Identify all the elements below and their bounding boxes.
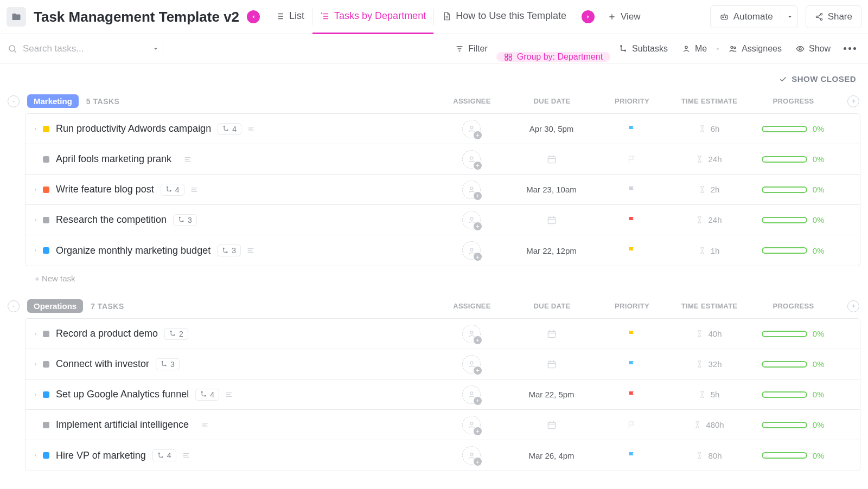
- due-cell[interactable]: Mar 23, 10am: [507, 185, 596, 194]
- group-badge[interactable]: Operations: [27, 299, 83, 313]
- more-button[interactable]: [839, 47, 860, 50]
- group-badge[interactable]: Marketing: [27, 94, 79, 108]
- assignee-placeholder[interactable]: +: [462, 385, 481, 404]
- subtask-count[interactable]: 4: [218, 123, 241, 135]
- assignee-cell[interactable]: +: [436, 150, 507, 169]
- col-assignee[interactable]: ASSIGNEE: [437, 302, 507, 310]
- page-title[interactable]: Task Management Template v2: [34, 9, 239, 25]
- due-cell[interactable]: Mar 22, 5pm: [507, 390, 596, 399]
- task-row[interactable]: Organize monthly marketing budget3+Mar 2…: [25, 235, 860, 266]
- time-cell[interactable]: 6h: [667, 124, 751, 133]
- tab-tasks-by-department[interactable]: Tasks by Department: [312, 0, 433, 34]
- progress-cell[interactable]: 0%: [751, 420, 835, 429]
- assignee-placeholder[interactable]: +: [462, 416, 481, 434]
- task-row[interactable]: Record a product demo2+40h0%: [25, 319, 860, 349]
- due-cell[interactable]: [507, 359, 596, 370]
- status-square[interactable]: [43, 361, 49, 368]
- subtask-count[interactable]: 4: [195, 389, 219, 401]
- subtask-count[interactable]: 2: [164, 328, 188, 340]
- time-cell[interactable]: 32h: [667, 359, 751, 369]
- task-name[interactable]: Run productivity Adwords campaign: [56, 123, 211, 134]
- assignee-placeholder[interactable]: +: [462, 120, 481, 138]
- search-input[interactable]: [23, 43, 146, 54]
- add-column-button[interactable]: [847, 300, 859, 312]
- col-progress[interactable]: PROGRESS: [751, 97, 835, 105]
- task-name[interactable]: Research the competition: [56, 214, 167, 226]
- task-name[interactable]: April fools marketing prank: [56, 153, 171, 165]
- subtasks-button[interactable]: Subtasks: [614, 41, 673, 57]
- expand-toggle[interactable]: [33, 126, 41, 132]
- assignee-cell[interactable]: +: [436, 181, 507, 199]
- subtask-count[interactable]: 4: [152, 449, 176, 461]
- subtask-count[interactable]: 3: [173, 214, 197, 226]
- assignee-cell[interactable]: +: [436, 416, 507, 434]
- status-square[interactable]: [43, 422, 49, 428]
- time-cell[interactable]: 5h: [667, 390, 751, 399]
- col-due[interactable]: DUE DATE: [507, 97, 597, 105]
- due-cell[interactable]: Mar 26, 4pm: [507, 451, 596, 460]
- status-square[interactable]: [43, 186, 49, 193]
- status-square[interactable]: [43, 391, 49, 398]
- progress-cell[interactable]: 0%: [751, 124, 835, 133]
- time-cell[interactable]: 24h: [667, 155, 751, 164]
- priority-cell[interactable]: [596, 215, 667, 225]
- folder-icon[interactable]: [7, 7, 26, 27]
- time-cell[interactable]: 480h: [667, 420, 751, 429]
- priority-cell[interactable]: [596, 124, 667, 134]
- group-by-button[interactable]: Group by: Department: [496, 52, 610, 62]
- status-square[interactable]: [43, 452, 49, 459]
- time-cell[interactable]: 1h: [667, 246, 751, 255]
- assignee-placeholder[interactable]: +: [462, 211, 481, 229]
- expand-toggle[interactable]: [33, 331, 41, 337]
- assignee-cell[interactable]: +: [436, 446, 507, 465]
- priority-cell[interactable]: [596, 185, 667, 195]
- me-button[interactable]: Me: [676, 41, 712, 57]
- priority-cell[interactable]: [596, 390, 667, 400]
- status-square[interactable]: [43, 247, 49, 254]
- priority-cell[interactable]: [596, 246, 667, 255]
- automate-caret[interactable]: [781, 14, 793, 20]
- task-row[interactable]: Set up Google Analytics funnel4+Mar 22, …: [25, 379, 860, 410]
- priority-cell[interactable]: [596, 155, 667, 164]
- description-icon[interactable]: [246, 246, 255, 255]
- assignee-placeholder[interactable]: +: [462, 446, 481, 465]
- task-row[interactable]: Connect with investor3+32h0%: [25, 349, 860, 379]
- assignee-placeholder[interactable]: +: [462, 241, 481, 260]
- expand-toggle[interactable]: [33, 187, 41, 192]
- progress-cell[interactable]: 0%: [751, 451, 835, 460]
- assignee-cell[interactable]: +: [436, 211, 507, 229]
- task-name[interactable]: Implement artificial intelligence: [56, 419, 189, 430]
- task-name[interactable]: Connect with investor: [56, 358, 149, 370]
- show-button[interactable]: Show: [790, 41, 836, 57]
- tab-how-to-use-this-template[interactable]: How to Use this Template: [434, 0, 574, 34]
- subtask-count[interactable]: 3: [217, 244, 241, 256]
- filter-button[interactable]: Filter: [450, 41, 493, 57]
- col-assignee[interactable]: ASSIGNEE: [437, 97, 507, 105]
- assignee-cell[interactable]: +: [436, 241, 507, 260]
- priority-cell[interactable]: [596, 329, 667, 339]
- tab-list[interactable]: List: [267, 0, 312, 34]
- expand-toggle[interactable]: [33, 453, 41, 458]
- assignee-cell[interactable]: +: [436, 355, 507, 374]
- col-time[interactable]: TIME ESTIMATE: [667, 97, 751, 105]
- expand-toggle[interactable]: [33, 217, 41, 223]
- progress-cell[interactable]: 0%: [751, 155, 835, 164]
- task-name[interactable]: Write feature blog post: [56, 184, 154, 195]
- subtask-count[interactable]: 3: [156, 358, 180, 370]
- col-priority[interactable]: PRIORITY: [597, 97, 667, 105]
- due-cell[interactable]: [507, 215, 596, 226]
- description-icon[interactable]: [182, 451, 190, 460]
- status-square[interactable]: [43, 156, 49, 163]
- new-task-button[interactable]: + New task: [8, 266, 860, 283]
- time-cell[interactable]: 40h: [667, 329, 751, 338]
- task-row[interactable]: Write feature blog post4+Mar 23, 10am2h0…: [25, 175, 860, 205]
- assignee-cell[interactable]: +: [436, 385, 507, 404]
- description-icon[interactable]: [183, 155, 192, 164]
- due-cell[interactable]: [507, 329, 596, 339]
- assignee-placeholder[interactable]: +: [462, 355, 481, 374]
- status-square[interactable]: [43, 217, 49, 223]
- expand-toggle[interactable]: [33, 362, 41, 367]
- add-column-button[interactable]: [847, 95, 859, 107]
- status-square[interactable]: [43, 331, 49, 337]
- collapse-toggle[interactable]: [8, 95, 20, 107]
